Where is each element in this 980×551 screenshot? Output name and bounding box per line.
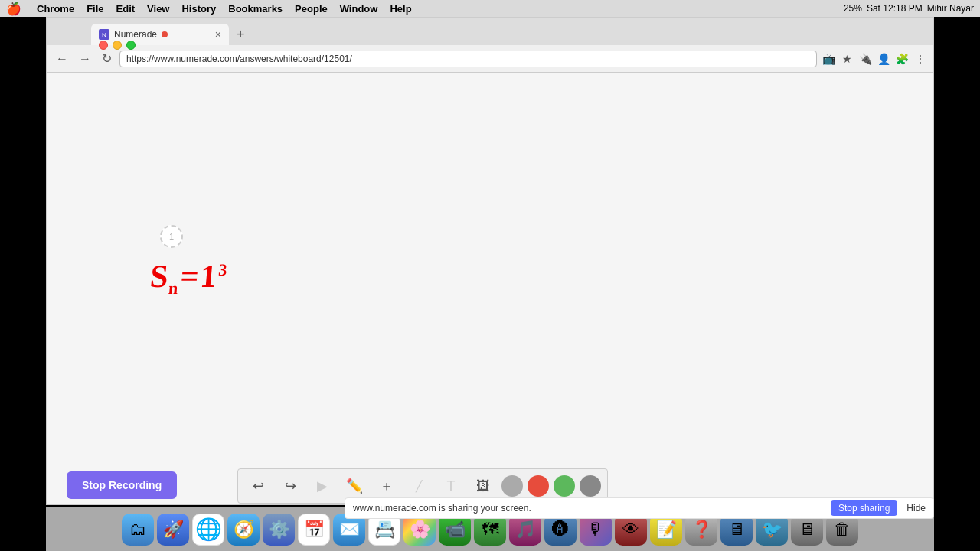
color-darkgray-button[interactable] (580, 475, 601, 497)
dock-safari[interactable]: 🧭 (227, 514, 260, 546)
forward-button[interactable]: → (76, 51, 94, 67)
stop-sharing-button[interactable]: Stop sharing (831, 500, 897, 516)
minimize-button[interactable] (113, 41, 122, 50)
traffic-lights (99, 41, 136, 50)
menubar-time: Sat 12:18 PM (867, 3, 923, 14)
color-gray-button[interactable] (501, 475, 523, 497)
refresh-button[interactable]: ↻ (99, 50, 115, 67)
screen-cast-icon[interactable]: 📺 (822, 52, 835, 66)
stop-recording-button[interactable]: Stop Recording (67, 471, 177, 499)
image-button[interactable]: 🖼 (469, 472, 497, 500)
menubar-edit[interactable]: Edit (110, 3, 142, 15)
new-tab-button[interactable]: + (232, 24, 250, 45)
eraser-button[interactable]: ╱ (405, 472, 433, 500)
menubar-user: Mihir Nayar (927, 3, 974, 14)
recording-indicator (162, 31, 168, 37)
apple-menu[interactable]: 🍎 (6, 2, 21, 16)
dock-chrome[interactable]: 🌐 (192, 514, 224, 546)
menubar-people[interactable]: People (289, 3, 334, 15)
browser-window: N Numerade × + ← → ↻ https://www.numerad… (46, 17, 934, 505)
menubar: 🍎 Chrome File Edit View History Bookmark… (0, 0, 980, 17)
tab-bar: N Numerade × + (47, 18, 933, 45)
sidebar-right (934, 0, 980, 551)
profile-icon[interactable]: 👤 (877, 52, 890, 66)
menubar-right: 25% Sat 12:18 PM Mihir Nayar (844, 3, 974, 14)
undo-button[interactable]: ↩ (244, 472, 272, 500)
share-banner: www.numerade.com is sharing your screen.… (345, 497, 934, 519)
menubar-view[interactable]: View (141, 3, 175, 15)
add-button[interactable]: ＋ (373, 472, 400, 500)
math-expression: Sn=13 (149, 258, 230, 298)
menubar-help[interactable]: Help (384, 3, 417, 15)
tab-title: Numerade (114, 29, 157, 40)
color-green-button[interactable] (554, 475, 575, 497)
back-button[interactable]: ← (53, 51, 71, 67)
pen-button[interactable]: ✏️ (341, 472, 368, 500)
share-banner-text: www.numerade.com is sharing your screen. (353, 503, 822, 514)
redo-button[interactable]: ↪ (276, 472, 304, 500)
menu-icon[interactable]: ⋮ (913, 52, 927, 66)
nav-bar: ← → ↻ https://www.numerade.com/answers/w… (47, 45, 933, 73)
text-button[interactable]: T (437, 472, 465, 500)
dock-system-preferences[interactable]: ⚙️ (263, 514, 295, 546)
extension-icon[interactable]: 🔌 (858, 52, 872, 66)
sidebar-left (0, 0, 46, 551)
close-button[interactable] (99, 41, 108, 50)
menubar-window[interactable]: Window (334, 3, 384, 15)
maximize-button[interactable] (126, 41, 136, 50)
menubar-battery: 25% (844, 3, 862, 14)
hide-banner-button[interactable]: Hide (906, 503, 926, 514)
menubar-file[interactable]: File (80, 3, 109, 15)
puzzle-icon[interactable]: 🧩 (895, 52, 909, 66)
nav-right-icons: 📺 ★ 🔌 👤 🧩 ⋮ (822, 52, 927, 66)
color-red-button[interactable] (528, 475, 549, 497)
dock-finder[interactable]: 🗂 (122, 514, 154, 546)
url-bar[interactable]: https://www.numerade.com/answers/whitebo… (119, 51, 817, 67)
dock-calendar[interactable]: 📅 (298, 514, 330, 546)
page-indicator: 1 (160, 225, 183, 248)
menubar-chrome[interactable]: Chrome (31, 3, 80, 15)
tab-favicon: N (99, 29, 109, 40)
tab-close-button[interactable]: × (215, 28, 221, 41)
play-button[interactable]: ▶ (309, 472, 336, 500)
url-text: https://www.numerade.com/answers/whitebo… (126, 54, 352, 64)
menubar-bookmarks[interactable]: Bookmarks (222, 3, 289, 15)
dock-launchpad[interactable]: 🚀 (157, 514, 189, 546)
bookmark-star-icon[interactable]: ★ (840, 52, 854, 66)
menubar-history[interactable]: History (175, 3, 222, 15)
